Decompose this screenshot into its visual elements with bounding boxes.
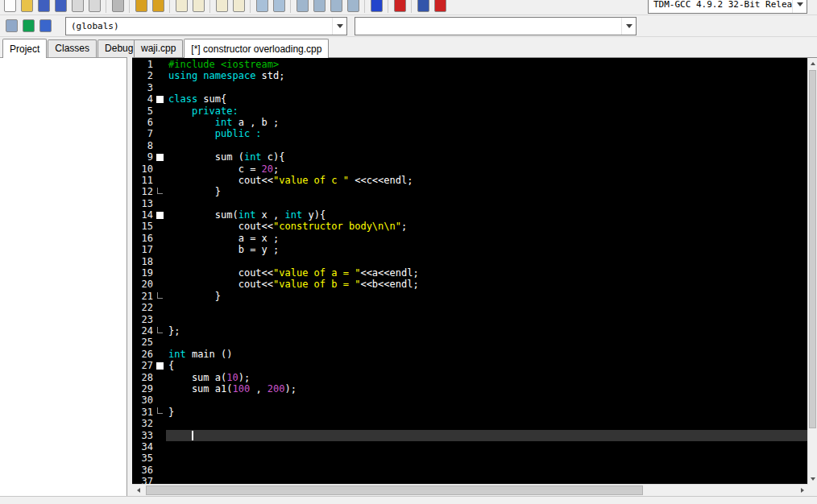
redo-icon[interactable] (150, 0, 167, 14)
code-text: sum(int x , int y){ (166, 209, 807, 221)
compiler-profile-select[interactable]: TDM-GCC 4.9.2 32-Bit Release (648, 0, 807, 14)
members-select[interactable] (355, 17, 637, 35)
toolbar-separator (247, 0, 254, 14)
profile-icon[interactable] (415, 0, 432, 14)
toggle-bookmark-icon[interactable] (271, 0, 288, 14)
scroll-up-arrow[interactable] (808, 58, 817, 68)
compile-and-run-icon[interactable] (328, 0, 345, 14)
insert-snippet-icon[interactable] (254, 0, 271, 14)
fold-gutter (153, 314, 166, 325)
fold-gutter (153, 82, 166, 93)
code-line: 7 public : (132, 128, 807, 139)
new-file-glyph (4, 0, 16, 12)
find-next-icon[interactable] (214, 0, 230, 14)
new-file-icon[interactable] (2, 0, 19, 14)
compile-icon[interactable] (294, 0, 311, 14)
window-icon[interactable] (3, 18, 20, 34)
line-number: 33 (132, 430, 153, 441)
chevron-down-icon[interactable] (792, 0, 807, 13)
close-file-icon[interactable] (69, 0, 86, 14)
code-text: b = y ; (166, 244, 807, 255)
line-number: 34 (132, 441, 153, 452)
abort-compilation-glyph (394, 0, 406, 12)
scroll-down-arrow[interactable] (808, 473, 817, 484)
panel-tab-classes[interactable]: Classes (48, 39, 97, 57)
code-text: sum a1(100 , 200); (166, 383, 807, 395)
close-project-icon[interactable] (86, 0, 103, 14)
fold-gutter (153, 349, 166, 360)
horizontal-scrollbar[interactable] (132, 484, 808, 496)
code-line: 20 cout<<"value of b = "<<b<<endl; (132, 279, 807, 290)
vertical-scrollbar[interactable] (807, 58, 817, 484)
find-next-glyph (216, 0, 228, 12)
code-text: public : (166, 128, 807, 139)
vertical-scroll-thumb[interactable] (809, 70, 816, 428)
editor-tab-bar: waji.cpp[*] constructor overloading.cpp (132, 37, 817, 58)
globals-select[interactable]: (globals) (65, 17, 347, 35)
editor-tab-waji-cpp[interactable]: waji.cpp (134, 39, 183, 57)
toolbar-separator (126, 0, 133, 14)
fold-gutter (153, 372, 166, 383)
fold-marker[interactable] (153, 360, 166, 371)
code-line: 18 (132, 256, 807, 267)
horizontal-scroll-track[interactable] (144, 485, 796, 496)
code-editor[interactable]: 1#include <iostream>2using namespace std… (132, 58, 807, 484)
replace-icon[interactable] (190, 0, 207, 14)
fold-marker[interactable] (153, 209, 166, 221)
code-text: using namespace std; (166, 70, 807, 81)
code-line: 19 cout<<"value of a = "<<a<<endl; (132, 267, 807, 279)
editor-tab-constructor-overloading-cpp[interactable]: [*] constructor overloading.cpp (184, 39, 329, 58)
print-icon[interactable] (110, 0, 126, 14)
line-number: 12 (132, 186, 153, 197)
panel-tab-project[interactable]: Project (2, 39, 47, 58)
line-number: 5 (132, 105, 153, 117)
horizontal-scroll-thumb[interactable] (146, 485, 643, 495)
code-text: c = 20; (166, 163, 807, 175)
undo-icon[interactable] (133, 0, 150, 14)
scroll-left-arrow[interactable] (132, 485, 144, 496)
code-line: 13 (132, 198, 807, 209)
line-number: 25 (132, 337, 153, 348)
fold-gutter (153, 59, 166, 70)
fold-gutter (153, 140, 166, 151)
panel-tab-bar: ProjectClassesDebug (0, 37, 127, 57)
fold-marker[interactable] (153, 93, 166, 105)
fold-gutter (153, 476, 166, 484)
line-number: 37 (132, 476, 153, 484)
find-icon[interactable] (173, 0, 190, 14)
main-toolbar-icons (2, 0, 449, 14)
run-icon[interactable] (311, 0, 328, 14)
goto-line-icon[interactable] (230, 0, 247, 14)
scroll-right-arrow[interactable] (796, 485, 808, 496)
chevron-down-icon[interactable] (332, 18, 346, 35)
open-project-icon[interactable] (19, 0, 35, 14)
code-line: 16 a = x ; (132, 233, 807, 244)
code-line: 28 sum a(10); (132, 372, 807, 383)
line-number: 10 (132, 163, 153, 175)
profiling-analysis-icon[interactable] (432, 0, 449, 14)
code-line: 26int main () (132, 349, 807, 360)
save-icon[interactable] (35, 0, 52, 14)
toolbar-separator (103, 0, 110, 14)
chevron-down-icon[interactable] (621, 18, 636, 35)
code-line: 27{ (132, 360, 807, 371)
fold-marker[interactable] (153, 151, 166, 163)
line-number: 7 (132, 128, 153, 139)
fold-gutter (153, 128, 166, 139)
syntax-check-icon[interactable] (368, 0, 385, 14)
line-number: 6 (132, 117, 153, 128)
blue-file-icon[interactable] (37, 18, 54, 34)
green-arrow-glyph (23, 19, 35, 32)
line-number: 14 (132, 209, 153, 221)
green-arrow-icon[interactable] (20, 18, 37, 34)
rebuild-all-icon[interactable] (345, 0, 362, 14)
toggle-bookmark-glyph (273, 0, 285, 12)
close-file-glyph (72, 0, 84, 12)
abort-compilation-icon[interactable] (392, 0, 408, 14)
vertical-scroll-track[interactable] (808, 68, 817, 473)
status-bar (0, 496, 817, 504)
code-text (166, 418, 807, 429)
class-browser-icons (3, 18, 54, 34)
code-line: 2using namespace std; (132, 70, 807, 81)
save-all-icon[interactable] (52, 0, 69, 14)
